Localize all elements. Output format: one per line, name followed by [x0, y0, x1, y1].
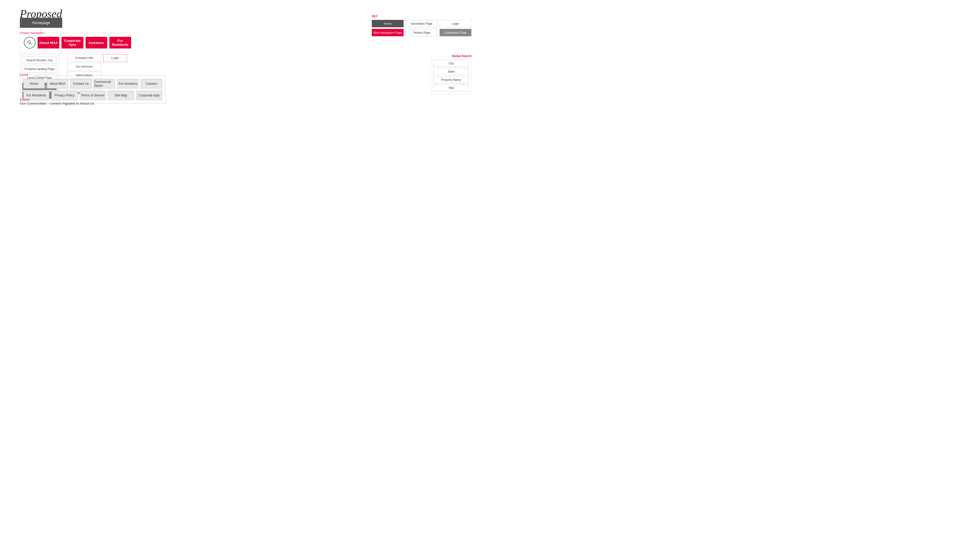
homepage-label: Homepage	[32, 21, 50, 25]
footer-contact-us[interactable]: Contact Us	[70, 79, 92, 88]
footer-corporate-apts[interactable]: Corporate Apts	[136, 91, 162, 100]
global-search-property-name[interactable]: Property Name	[433, 76, 469, 83]
footer-careers[interactable]: Careers	[141, 79, 162, 88]
login-box[interactable]: Login	[103, 54, 127, 62]
homepage-box: Homepage	[20, 18, 62, 28]
key-section: KEY Home Secondary Page Login Main Navig…	[372, 15, 471, 36]
key-row-2: Main Navigation Page Tertiary Page Quate…	[372, 29, 471, 36]
search-results-city[interactable]: Search Results: City	[22, 57, 57, 64]
key-home: Home	[372, 20, 404, 27]
search-icon-container[interactable]	[24, 37, 36, 49]
retired-label: Retired	[20, 98, 29, 101]
key-label: KEY	[372, 15, 471, 18]
nav-about-maa[interactable]: About MAA	[37, 37, 59, 49]
svg-point-0	[28, 41, 31, 44]
footer-about-maa[interactable]: About MAA	[47, 79, 68, 88]
key-login: Login	[440, 20, 471, 27]
footer-row-2: For Residents Privacy Policy Terms of Se…	[23, 91, 162, 100]
login-label: Login	[111, 56, 119, 60]
key-main-nav: Main Navigation Page	[372, 29, 404, 36]
global-search-container: City State Property Name TBD	[430, 57, 471, 94]
footer-row-1: Home About MAA Contact Us Commercial Spa…	[23, 79, 162, 88]
footer-site-map[interactable]: Site Map	[108, 91, 134, 100]
key-secondary: Secondary Page	[406, 20, 438, 27]
global-search-tbd[interactable]: TBD	[433, 85, 469, 91]
retired-text: Our Communities - content migrated to Ab…	[20, 101, 94, 106]
search-icon	[27, 40, 33, 46]
our-services[interactable]: Our Services	[67, 63, 101, 70]
footer-terms-of-service[interactable]: Terms of Service	[80, 91, 106, 100]
footer-commercial-space[interactable]: Commercial Space	[94, 79, 115, 88]
footer-home[interactable]: Home	[23, 79, 45, 88]
key-quaternary: Quaternary Page	[440, 29, 471, 36]
global-search-state[interactable]: State	[433, 68, 469, 75]
svg-line-1	[30, 43, 31, 44]
footer-for-investors[interactable]: For Investors	[117, 79, 139, 88]
nav-corporate-apts[interactable]: Corporate Apts	[62, 37, 83, 49]
primary-nav-container: About MAA Corporate Apts Investors For R…	[20, 33, 135, 52]
property-landing-page[interactable]: Property Landing Page	[22, 65, 57, 73]
footer-container: Home About MAA Contact Us Commercial Spa…	[20, 75, 166, 104]
footer-privacy-policy[interactable]: Privacy Policy	[51, 91, 77, 100]
nav-investors[interactable]: Investors	[86, 37, 107, 49]
key-tertiary: Tertiary Page	[406, 29, 438, 36]
nav-for-residents[interactable]: For Residents	[109, 37, 131, 49]
key-row-1: Home Secondary Page Login	[372, 20, 471, 27]
global-search-city[interactable]: City	[433, 60, 469, 67]
company-info[interactable]: Company Info	[67, 54, 101, 62]
